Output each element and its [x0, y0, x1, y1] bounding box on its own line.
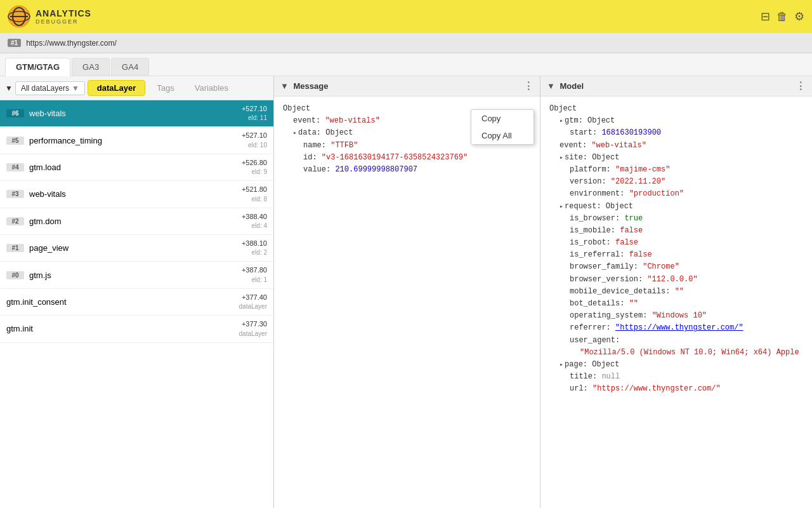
- event-left-7: gtm.init_consent: [6, 297, 67, 307]
- model-referrer: referrer: "https://www.thyngster.com/": [549, 322, 803, 334]
- event-time-1: +527.10: [242, 131, 267, 139]
- model-url: url: "https://www.thyngster.com/": [549, 383, 803, 395]
- filter-bar: ▼ All dataLayers ▼ dataLayer Tags Variab…: [0, 76, 273, 100]
- event-eid-0: eld: 11: [248, 114, 267, 121]
- event-left-5: #1page_view: [6, 243, 69, 253]
- context-menu-copy-all[interactable]: Copy All: [471, 127, 534, 144]
- model-root: Object: [549, 103, 803, 115]
- main-area: ▼ All dataLayers ▼ dataLayer Tags Variab…: [0, 76, 812, 508]
- model-environment: environment: "production": [549, 188, 803, 200]
- event-badge-4: #2: [6, 217, 24, 225]
- model-browser-family: browser_family: "Chrome": [549, 261, 803, 273]
- logo-subtitle: DEBUGGER: [36, 18, 91, 25]
- model-is-mobile: is_mobile: false: [549, 225, 803, 237]
- model-site: ▸site: Object: [549, 152, 803, 164]
- filter-arrow-icon: ▼: [5, 84, 13, 93]
- event-left-1: #5performance_timing: [6, 136, 102, 145]
- header: ANALYTICS DEBUGGER ⊟ 🗑 ⚙: [0, 0, 812, 33]
- event-list: #6web-vitals+527.10eld: 11#5performance_…: [0, 100, 273, 508]
- event-eid-8: dataLayer: [239, 330, 267, 337]
- event-meta-8: +377.30dataLayer: [239, 319, 267, 338]
- logo-icon: [8, 5, 30, 28]
- event-eid-6: eld: 1: [252, 276, 267, 283]
- model-mobile-device: mobile_device_details: "": [549, 286, 803, 298]
- tab-variables[interactable]: Variables: [186, 81, 237, 95]
- event-name-1: performance_timing: [29, 136, 102, 145]
- event-time-8: +377.30: [242, 320, 267, 328]
- model-is-referral: is_referral: false: [549, 249, 803, 261]
- model-panel-title: Model: [560, 81, 584, 91]
- event-list-item-3[interactable]: #3web-vitals+521.80eld: 8: [0, 181, 273, 208]
- event-time-6: +387.80: [242, 266, 267, 274]
- event-meta-2: +526.80eld: 9: [242, 158, 267, 177]
- event-badge-6: #0: [6, 271, 24, 279]
- message-toggle-icon[interactable]: ▼: [280, 81, 289, 91]
- event-list-item-0[interactable]: #6web-vitals+527.10eld: 11: [0, 100, 273, 127]
- model-panel-menu-icon[interactable]: ⋮: [796, 80, 806, 92]
- event-list-item-1[interactable]: #5performance_timing+527.10eld: 10: [0, 127, 273, 154]
- model-user-agent-label: user_agent:: [549, 335, 803, 347]
- event-list-item-8[interactable]: gtm.init+377.30dataLayer: [0, 316, 273, 342]
- event-name-6: gtm.js: [29, 271, 51, 280]
- logo: ANALYTICS DEBUGGER: [8, 5, 91, 28]
- context-menu-copy[interactable]: Copy: [471, 110, 534, 127]
- tab-ga4[interactable]: GA4: [111, 58, 149, 76]
- model-platform: platform: "majime-cms": [549, 164, 803, 176]
- model-page: ▸page: Object: [549, 359, 803, 371]
- context-menu: Copy Copy All: [471, 109, 534, 145]
- event-left-2: #4gtm.load: [6, 163, 61, 172]
- model-code-content: Object ▸gtm: Object start: 1681630193900…: [540, 97, 812, 508]
- event-name-8: gtm.init: [6, 324, 33, 333]
- event-left-3: #3web-vitals: [6, 189, 66, 199]
- logo-title: ANALYTICS: [36, 8, 91, 18]
- event-list-item-6[interactable]: #0gtm.js+387.80eld: 1: [0, 262, 273, 288]
- event-list-item-4[interactable]: #2gtm.dom+388.40eld: 4: [0, 208, 273, 235]
- url-text: https://www.thyngster.com/: [26, 39, 117, 48]
- event-list-item-7[interactable]: gtm.init_consent+377.40dataLayer: [0, 289, 273, 316]
- message-panel-title: Message: [294, 81, 329, 91]
- event-left-6: #0gtm.js: [6, 271, 51, 280]
- model-is-robot: is_robot: false: [549, 237, 803, 249]
- url-badge: #1: [8, 39, 21, 47]
- barcode-icon[interactable]: ⊟: [761, 10, 770, 23]
- model-bot-details: bot_details: "": [549, 298, 803, 310]
- msg-value: value: 210.69999998807907: [283, 164, 531, 176]
- event-left-4: #2gtm.dom: [6, 217, 62, 226]
- event-list-item-5[interactable]: #1page_view+388.10eld: 2: [0, 235, 273, 262]
- event-meta-5: +388.10eld: 2: [242, 239, 267, 257]
- url-bar: #1 https://www.thyngster.com/: [0, 33, 812, 53]
- event-name-4: gtm.dom: [29, 217, 62, 226]
- msg-id: id: "v3-1681630194177-6358524323769": [283, 152, 531, 164]
- cup-icon[interactable]: 🗑: [776, 10, 788, 23]
- settings-icon[interactable]: ⚙: [794, 10, 804, 23]
- filter-dropdown-label: All dataLayers: [21, 84, 69, 93]
- event-time-5: +388.10: [242, 239, 267, 247]
- filter-dropdown-arrow-icon: ▼: [72, 84, 79, 93]
- event-badge-2: #4: [6, 163, 24, 171]
- event-badge-1: #5: [6, 137, 24, 145]
- model-version: version: "2022.11.20": [549, 176, 803, 188]
- event-eid-7: dataLayer: [239, 303, 267, 310]
- tabs-row: GTM/GTAG GA3 GA4: [0, 53, 812, 76]
- right-area: ▼ Message ⋮ Object event: "web-vitals" ▸…: [274, 76, 812, 508]
- event-badge-3: #3: [6, 190, 24, 198]
- message-panel-menu-icon[interactable]: ⋮: [523, 80, 534, 92]
- event-list-item-2[interactable]: #4gtm.load+526.80eld: 9: [0, 154, 273, 181]
- tab-ga3[interactable]: GA3: [72, 58, 110, 76]
- tab-datalayer[interactable]: dataLayer: [88, 80, 145, 96]
- model-toggle-icon[interactable]: ▼: [547, 81, 555, 91]
- model-os: operating_system: "Windows 10": [549, 310, 803, 322]
- event-time-3: +521.80: [242, 185, 267, 193]
- filter-dropdown[interactable]: All dataLayers ▼: [15, 81, 85, 95]
- event-eid-4: eld: 4: [252, 222, 267, 229]
- event-left-0: #6web-vitals: [6, 109, 66, 118]
- event-meta-3: +521.80eld: 8: [242, 185, 267, 203]
- tab-tags[interactable]: Tags: [148, 81, 183, 95]
- event-name-0: web-vitals: [29, 109, 66, 118]
- event-eid-3: eld: 8: [252, 196, 267, 203]
- event-badge-0: #6: [6, 109, 24, 117]
- tab-gtm-gtag[interactable]: GTM/GTAG: [5, 58, 70, 76]
- event-left-8: gtm.init: [6, 324, 33, 333]
- model-referrer-link[interactable]: "https://www.thyngster.com/": [615, 323, 743, 332]
- event-name-5: page_view: [29, 243, 69, 253]
